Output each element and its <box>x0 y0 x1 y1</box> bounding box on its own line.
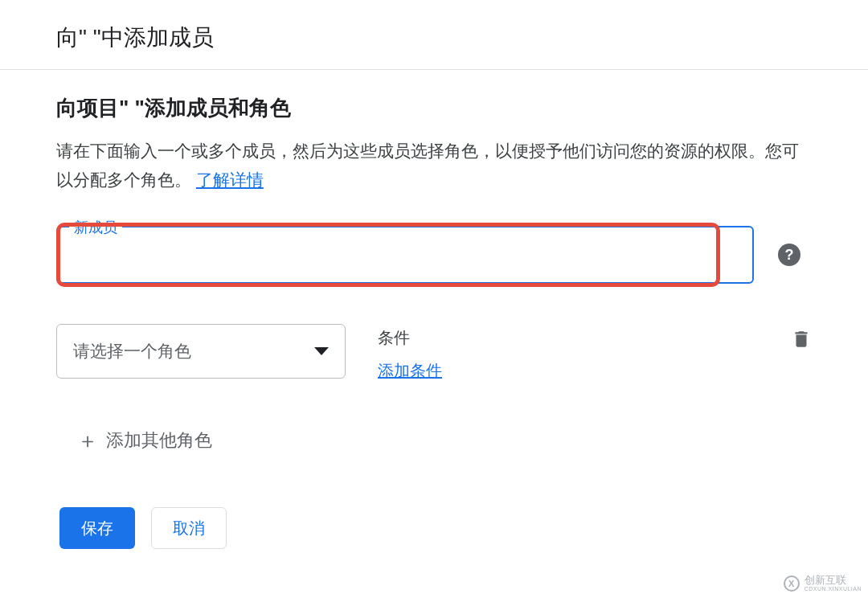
new-members-row: 新成员 ? <box>56 226 812 284</box>
description-body: 请在下面输入一个或多个成员，然后为这些成员选择角色，以便授予他们访问您的资源的权… <box>56 141 799 189</box>
dialog-title: 向" "中添加成员 <box>0 0 868 70</box>
description-text: 请在下面输入一个或多个成员，然后为这些成员选择角色，以便授予他们访问您的资源的权… <box>56 137 812 194</box>
role-select-placeholder: 请选择一个角色 <box>73 340 191 362</box>
condition-column: 条件 添加条件 <box>378 324 759 382</box>
watermark: X 创新互联 CDXUN.XINXULIAN <box>784 575 862 592</box>
section-title: 向项目" "添加成员和角色 <box>56 94 812 122</box>
dialog-actions: 保存 取消 <box>56 507 812 549</box>
role-row: 请选择一个角色 条件 添加条件 <box>56 324 812 382</box>
condition-label: 条件 <box>378 327 759 349</box>
new-members-label: 新成员 <box>69 218 122 237</box>
role-select-wrap: 请选择一个角色 <box>56 324 346 379</box>
new-members-input[interactable] <box>72 246 738 264</box>
learn-more-link[interactable]: 了解详情 <box>196 170 264 189</box>
role-select[interactable]: 请选择一个角色 <box>56 324 346 379</box>
watermark-brand: 创新互联 <box>805 575 862 586</box>
add-another-role-label: 添加其他角色 <box>106 428 212 453</box>
chevron-down-icon <box>314 347 329 355</box>
plus-icon: ＋ <box>77 430 98 451</box>
save-button[interactable]: 保存 <box>59 507 135 549</box>
add-condition-link[interactable]: 添加条件 <box>378 362 442 379</box>
watermark-sub: CDXUN.XINXULIAN <box>805 586 862 592</box>
help-icon: ? <box>778 244 800 266</box>
dialog-content: 向项目" "添加成员和角色 请在下面输入一个或多个成员，然后为这些成员选择角色，… <box>0 70 868 565</box>
cancel-button[interactable]: 取消 <box>151 507 227 549</box>
delete-role-button[interactable] <box>791 324 812 350</box>
new-members-field[interactable]: 新成员 <box>56 226 754 284</box>
help-button[interactable]: ? <box>767 226 812 284</box>
trash-icon <box>791 329 812 350</box>
watermark-logo-icon: X <box>784 575 800 592</box>
add-another-role-button[interactable]: ＋ 添加其他角色 <box>64 422 225 459</box>
